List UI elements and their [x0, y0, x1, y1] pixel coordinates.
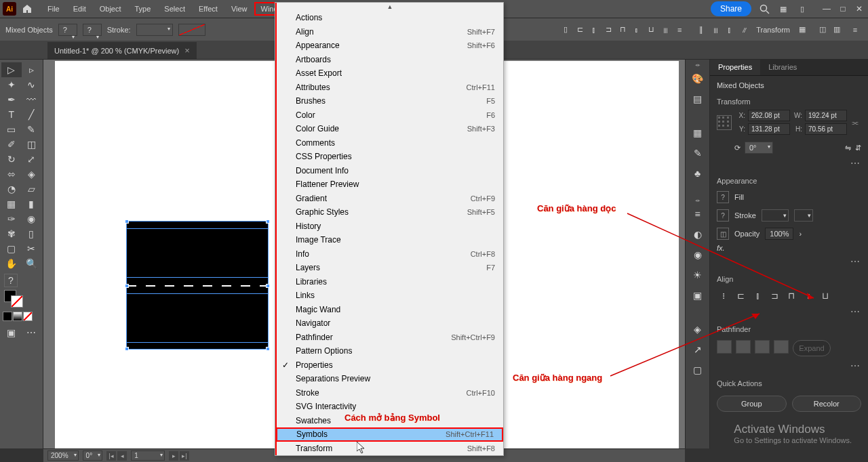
artboard-nav-dropdown[interactable]: 1 [131, 450, 165, 461]
mesh-tool[interactable]: ▦ [1, 196, 22, 211]
menu-view[interactable]: View [224, 2, 254, 16]
paintbrush-tool[interactable]: ✎ [22, 122, 42, 137]
menu-effect[interactable]: Effect [192, 2, 224, 16]
align-hcenter-icon[interactable]: ⫿ [588, 24, 600, 36]
menu-file[interactable]: File [41, 2, 66, 16]
window-menu-item-comments[interactable]: Comments [275, 136, 503, 150]
shape-builder-tool[interactable]: ◔ [1, 182, 22, 196]
recolor-button[interactable]: Recolor [792, 396, 862, 412]
window-menu-item-symbols[interactable]: SymbolsShift+Ctrl+F11 [275, 427, 503, 442]
menu-edit[interactable]: Edit [66, 2, 93, 16]
window-menu-item-artboards[interactable]: Artboards [275, 53, 503, 67]
color-swatch[interactable] [3, 312, 12, 321]
window-menu-item-magic-wand[interactable]: Magic Wand [275, 303, 503, 317]
type-tool[interactable]: T [1, 107, 22, 122]
window-menu-item-flattener-preview[interactable]: Flattener Preview [275, 177, 503, 192]
document-tab[interactable]: Untitled-1* @ 200 % (CMYK/Preview) × [47, 42, 197, 59]
color-guide-panel-icon[interactable]: ▤ [690, 91, 706, 107]
distribute-2-icon[interactable]: ⫼ [709, 24, 722, 36]
align-right-icon[interactable]: ⊐ [602, 24, 614, 36]
share-button[interactable]: Share [711, 1, 751, 16]
slice-tool[interactable]: ✂ [22, 241, 42, 256]
eyedropper-tool[interactable]: ✑ [1, 211, 22, 226]
y-input[interactable]: 131.28 pt [748, 123, 790, 135]
isolate-icon[interactable]: ◫ [816, 24, 829, 36]
distribute-h-icon[interactable]: ⫼ [659, 24, 671, 36]
home-icon[interactable] [20, 2, 34, 16]
window-menu-item-libraries[interactable]: Libraries [275, 275, 503, 289]
width-tool[interactable]: ⬄ [1, 167, 22, 182]
brushes-panel-icon[interactable]: ✎ [690, 145, 706, 161]
window-menu-item-graphic-styles[interactable]: Graphic StylesShift+F5 [275, 205, 503, 219]
prev-artboard-button[interactable]: ◂ [117, 451, 127, 461]
reference-point[interactable] [717, 115, 732, 130]
zoom-tool[interactable]: 🔍 [22, 256, 42, 271]
search-icon[interactable] [758, 3, 770, 15]
window-menu-item-history[interactable]: History [275, 219, 503, 234]
selected-object[interactable] [126, 221, 269, 350]
x-input[interactable]: 262.08 pt [748, 110, 790, 121]
artboard-tool[interactable]: ▢ [1, 241, 22, 256]
group-button[interactable]: Group [717, 396, 787, 412]
window-menu-item-layers[interactable]: LayersF7 [275, 261, 503, 275]
shape-mode-icon[interactable]: ▦ [796, 24, 808, 36]
stroke-color-dropdown[interactable]: ? [83, 24, 102, 36]
window-menu-item-asset-export[interactable]: Asset Export [275, 66, 503, 81]
gradient-tool[interactable]: ▮ [22, 196, 42, 211]
stroke-swatch[interactable] [11, 295, 23, 308]
window-menu-item-document-info[interactable]: Document Info [275, 164, 503, 178]
close-button[interactable]: ✕ [853, 4, 865, 14]
gradient-swatch[interactable] [13, 312, 22, 321]
blend-tool[interactable]: ◉ [22, 211, 42, 226]
transform-more[interactable]: ⋯ [717, 158, 861, 169]
panel-grip[interactable]: ◂▸ [690, 64, 706, 66]
window-menu-item-transform[interactable]: TransformShift+F8 [275, 442, 503, 456]
symbols-panel-icon[interactable]: ♣ [690, 165, 706, 182]
edit-toolbar[interactable]: ⋯ [22, 325, 42, 340]
window-menu-item-navigator[interactable]: Navigator [275, 316, 503, 331]
preferences-icon[interactable]: ≡ [848, 24, 863, 36]
distribute-3-icon[interactable]: ⫿ [724, 24, 736, 36]
fill-dropdown[interactable]: ? [58, 24, 77, 36]
last-artboard-button[interactable]: ▸| [180, 451, 189, 461]
align-left-icon[interactable]: ⊏ [574, 24, 586, 36]
line-tool[interactable]: ╱ [22, 107, 42, 122]
window-menu-item-pattern-options[interactable]: Pattern Options [275, 344, 503, 358]
window-menu-item-links[interactable]: Links [275, 289, 503, 303]
tab-libraries[interactable]: Libraries [760, 60, 805, 75]
align-bottom-icon[interactable]: ⊔ [645, 24, 657, 36]
stroke-profile[interactable] [178, 24, 205, 36]
window-menu-item-align[interactable]: AlignShift+F7 [275, 25, 503, 39]
color-panel-icon[interactable]: 🎨 [690, 70, 706, 87]
tab-properties[interactable]: Properties [710, 60, 760, 75]
window-menu-item-attributes[interactable]: AttributesCtrl+F11 [275, 81, 503, 95]
window-menu-item-image-trace[interactable]: Image Trace [275, 233, 503, 247]
free-transform-tool[interactable]: ◈ [22, 167, 42, 182]
rectangle-tool[interactable]: ▭ [1, 122, 22, 137]
flip-h-icon[interactable]: ⇋ [845, 144, 851, 152]
window-menu-item-pathfinder[interactable]: PathfinderShift+Ctrl+F9 [275, 331, 503, 345]
zoom-dropdown[interactable]: 200% [47, 450, 79, 461]
align-icon[interactable]: ▯ [559, 24, 572, 36]
eraser-tool[interactable]: ◫ [22, 137, 42, 152]
scale-tool[interactable]: ⤢ [22, 152, 42, 167]
hand-tool[interactable]: ✋ [1, 256, 22, 271]
window-menu-item-separations-preview[interactable]: Separations Preview [275, 372, 503, 386]
graph-tool[interactable]: ▯ [22, 226, 42, 241]
flip-v-icon[interactable]: ⇵ [855, 144, 861, 152]
arrange-documents-icon[interactable]: ▦ [777, 3, 789, 15]
edit-icon[interactable]: ▥ [831, 24, 843, 36]
menu-type[interactable]: Type [128, 2, 158, 16]
rotate-view-dropdown[interactable]: 0° [83, 450, 103, 461]
symbol-sprayer-tool[interactable]: ✾ [1, 226, 22, 241]
stroke-weight-dropdown[interactable] [136, 24, 173, 36]
window-menu-item-gradient[interactable]: GradientCtrl+F9 [275, 192, 503, 206]
direct-selection-tool[interactable]: ▹ [22, 62, 42, 77]
selection-tool[interactable]: ▷ [1, 62, 22, 77]
align-top-icon[interactable]: ⊓ [616, 24, 629, 36]
h-input[interactable]: 70.56 pt [805, 123, 847, 135]
first-artboard-button[interactable]: |◂ [106, 451, 116, 461]
menu-select[interactable]: Select [157, 2, 192, 16]
distribute-1-icon[interactable]: ‖ [695, 24, 707, 36]
fill-swatch-box[interactable]: ? [717, 191, 729, 203]
